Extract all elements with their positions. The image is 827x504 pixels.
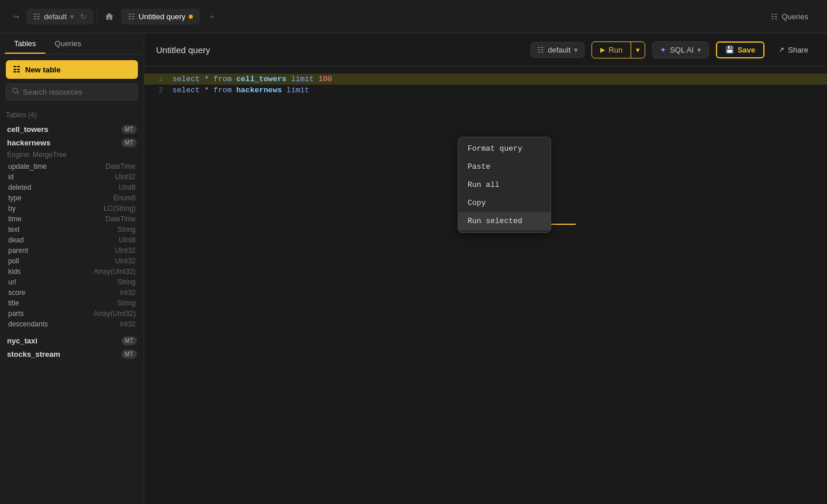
query-tab-active[interactable]: ☷ Untitled query <box>121 9 200 25</box>
sidebar-tabs: Tables Queries <box>0 33 144 54</box>
table-row-nyc-taxi[interactable]: nyc_taxi MT <box>6 334 138 347</box>
add-tab-button[interactable]: + <box>203 8 220 25</box>
queries-button[interactable]: ☷ Queries <box>766 10 813 23</box>
query-tab-label: Untitled query <box>139 12 185 21</box>
field-deleted: deleted UInt8 <box>6 182 138 193</box>
share-button[interactable]: ↗ Share <box>771 42 815 58</box>
new-table-icon: ☷ <box>13 65 20 74</box>
ctx-paste[interactable]: Paste <box>458 158 551 176</box>
tables-header: Tables (4) <box>6 106 138 123</box>
chevron-icon: ▾ <box>70 12 74 21</box>
run-button-group: ▶ Run ▾ <box>591 41 645 58</box>
code-editor[interactable]: 1 select * from cell_towers limit 100 2 … <box>144 67 827 504</box>
search-icon <box>12 88 19 96</box>
field-type: type Enum8 <box>6 193 138 203</box>
db-selector-label: default <box>548 46 570 54</box>
top-bar-right: ☷ Queries <box>766 10 822 23</box>
field-update-time: update_time DateTime <box>6 161 138 172</box>
context-menu: Format query Paste Run all Copy Run sele… <box>458 137 551 233</box>
svg-line-1 <box>18 93 19 95</box>
share-icon: ↗ <box>778 46 784 54</box>
query-title[interactable]: Untitled query <box>156 45 524 55</box>
field-parts: parts Array(UInt32) <box>6 308 138 319</box>
main-layout: Tables Queries ☷ New table Tables (4) ce… <box>0 33 827 504</box>
db-selector-chevron: ▾ <box>574 46 578 54</box>
unsaved-dot <box>189 15 193 19</box>
home-icon[interactable] <box>101 8 117 25</box>
ctx-run-selected[interactable]: Run selected <box>458 212 551 230</box>
tab-tables[interactable]: Tables <box>5 33 46 54</box>
field-score: score Int32 <box>6 287 138 298</box>
db-tab[interactable]: ☷ default ▾ ↻ <box>26 9 94 25</box>
sidebar-content: Tables (4) cell_towers MT hackernews MT … <box>0 106 144 504</box>
search-input[interactable] <box>23 88 132 96</box>
sql-ai-button[interactable]: ✦ SQL AI ▾ <box>652 41 709 58</box>
sidebar: Tables Queries ☷ New table Tables (4) ce… <box>0 33 144 504</box>
back-icon[interactable]: ↪ <box>9 10 23 23</box>
field-text: text String <box>6 224 138 235</box>
refresh-icon[interactable]: ↻ <box>80 12 86 21</box>
table-icon: ☷ <box>33 12 40 21</box>
top-bar-left: ↪ ☷ default ▾ ↻ ☷ Untitled query + <box>5 8 224 25</box>
field-parent: parent UInt32 <box>6 245 138 256</box>
sql-ai-chevron: ▾ <box>697 46 701 54</box>
field-by: by LC(String) <box>6 203 138 214</box>
field-url: url String <box>6 277 138 287</box>
table-row-cell-towers[interactable]: cell_towers MT <box>6 123 138 136</box>
field-descendants: descendants Int32 <box>6 319 138 329</box>
field-id: id UInt32 <box>6 172 138 182</box>
db-tab-label: default <box>44 12 67 21</box>
field-dead: dead UInt8 <box>6 235 138 245</box>
queries-icon: ☷ <box>771 12 778 21</box>
code-line-1: 1 select * from cell_towers limit 100 <box>144 74 827 85</box>
query-header: Untitled query ☷ default ▾ ▶ Run ▾ ✦ SQL… <box>144 33 827 67</box>
code-line-2: 2 select * from hackernews limit <box>144 85 827 96</box>
db-selector-icon: ☷ <box>537 46 544 54</box>
save-icon: 💾 <box>725 46 734 54</box>
db-selector[interactable]: ☷ default ▾ <box>531 42 584 58</box>
separator <box>97 8 98 25</box>
new-table-button[interactable]: ☷ New table <box>6 60 138 79</box>
field-time: time DateTime <box>6 214 138 224</box>
add-tab-icon: + <box>209 12 214 21</box>
table-row-stocks-stream[interactable]: stocks_stream MT <box>6 347 138 361</box>
svg-point-0 <box>13 88 18 93</box>
tab-queries[interactable]: Queries <box>46 33 91 54</box>
query-tab-icon: ☷ <box>128 12 135 21</box>
table-row-hackernews[interactable]: hackernews MT <box>6 136 138 150</box>
save-button[interactable]: 💾 Save <box>716 41 764 58</box>
run-button[interactable]: ▶ Run <box>592 42 631 58</box>
top-bar: ↪ ☷ default ▾ ↻ ☷ Untitled query + ☷ Que… <box>0 0 827 33</box>
field-title: title String <box>6 298 138 308</box>
engine-label: Engine: MergeTree <box>6 150 138 161</box>
ctx-run-all[interactable]: Run all <box>458 176 551 194</box>
ctx-format-query[interactable]: Format query <box>458 140 551 158</box>
sql-ai-icon: ✦ <box>660 46 666 54</box>
field-poll: poll UInt32 <box>6 256 138 266</box>
run-dropdown-button[interactable]: ▾ <box>631 42 645 58</box>
ctx-copy[interactable]: Copy <box>458 194 551 212</box>
queries-label: Queries <box>781 12 808 21</box>
search-bar[interactable] <box>6 84 138 100</box>
editor-area: Untitled query ☷ default ▾ ▶ Run ▾ ✦ SQL… <box>144 33 827 504</box>
field-kids: kids Array(UInt32) <box>6 266 138 277</box>
run-play-icon: ▶ <box>600 46 605 54</box>
